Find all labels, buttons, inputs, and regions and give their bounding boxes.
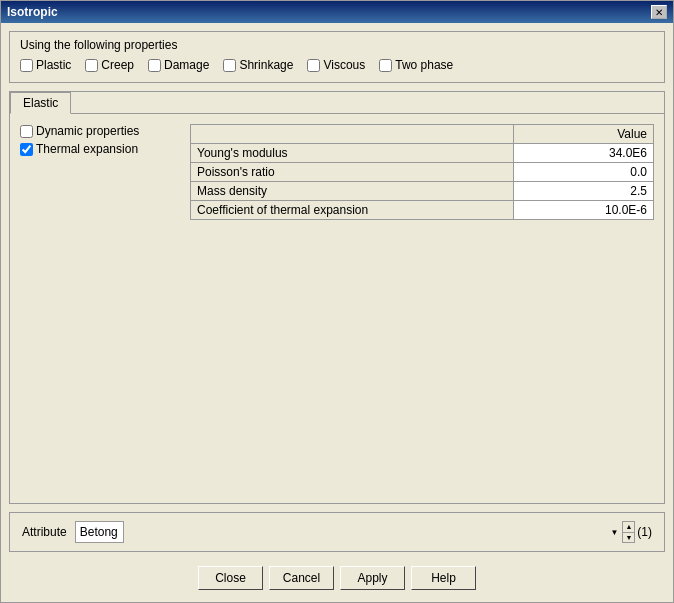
attribute-select-wrapper: Betong [75, 521, 621, 543]
close-window-button[interactable]: ✕ [651, 5, 667, 19]
attribute-select[interactable]: Betong [75, 521, 124, 543]
creep-checkbox[interactable] [85, 59, 98, 72]
help-button[interactable]: Help [411, 566, 476, 590]
thermal-expansion-label: Thermal expansion [36, 142, 138, 156]
attribute-input-row: Betong ▲ ▼ (1) [75, 521, 652, 543]
title-bar-controls: ✕ [651, 5, 667, 19]
isotropic-window: Isotropic ✕ Using the following properti… [0, 0, 674, 603]
properties-table: Value Young's modulus 34.0E6 Poisson's r… [190, 124, 654, 220]
plastic-label: Plastic [36, 58, 71, 72]
property-name: Young's modulus [191, 144, 514, 163]
title-bar: Isotropic ✕ [1, 1, 673, 23]
window-title: Isotropic [7, 5, 58, 19]
checkbox-dynamic-properties[interactable]: Dynamic properties [20, 124, 180, 138]
property-value[interactable]: 0.0 [513, 163, 653, 182]
spinner-up-button[interactable]: ▲ [623, 522, 634, 533]
property-column-header [191, 125, 514, 144]
cancel-button[interactable]: Cancel [269, 566, 334, 590]
plastic-checkbox[interactable] [20, 59, 33, 72]
damage-checkbox[interactable] [148, 59, 161, 72]
property-value[interactable]: 10.0E-6 [513, 201, 653, 220]
table-row: Mass density 2.5 [191, 182, 654, 201]
checkbox-row: Plastic Creep Damage Shrinkage Viscous [20, 58, 654, 72]
table-row: Young's modulus 34.0E6 [191, 144, 654, 163]
value-column-header: Value [513, 125, 653, 144]
property-name: Coefficient of thermal expansion [191, 201, 514, 220]
attribute-section: Attribute Betong ▲ ▼ (1) [9, 512, 665, 552]
spinner-down-button[interactable]: ▼ [623, 533, 634, 543]
instance-label: (1) [637, 525, 652, 539]
shrinkage-label: Shrinkage [239, 58, 293, 72]
dynamic-properties-checkbox[interactable] [20, 125, 33, 138]
viscous-label: Viscous [323, 58, 365, 72]
checkbox-viscous[interactable]: Viscous [307, 58, 365, 72]
tab-elastic[interactable]: Elastic [10, 92, 71, 114]
property-name: Mass density [191, 182, 514, 201]
tab-panel: Elastic Dynamic properties Thermal expan… [9, 91, 665, 504]
tab-content: Dynamic properties Thermal expansion Val… [10, 114, 664, 319]
window-body: Using the following properties Plastic C… [1, 23, 673, 602]
property-name: Poisson's ratio [191, 163, 514, 182]
tabs: Elastic [10, 92, 664, 114]
table-row: Coefficient of thermal expansion 10.0E-6 [191, 201, 654, 220]
creep-label: Creep [101, 58, 134, 72]
bottom-buttons: Close Cancel Apply Help [9, 560, 665, 594]
dynamic-properties-label: Dynamic properties [36, 124, 139, 138]
properties-label: Using the following properties [20, 38, 654, 52]
empty-area [10, 319, 664, 504]
close-button[interactable]: Close [198, 566, 263, 590]
two-phase-label: Two phase [395, 58, 453, 72]
property-value[interactable]: 2.5 [513, 182, 653, 201]
checkbox-two-phase[interactable]: Two phase [379, 58, 453, 72]
checkbox-damage[interactable]: Damage [148, 58, 209, 72]
attribute-label: Attribute [22, 525, 67, 539]
checkbox-shrinkage[interactable]: Shrinkage [223, 58, 293, 72]
checkbox-plastic[interactable]: Plastic [20, 58, 71, 72]
viscous-checkbox[interactable] [307, 59, 320, 72]
property-value[interactable]: 34.0E6 [513, 144, 653, 163]
apply-button[interactable]: Apply [340, 566, 405, 590]
table-row: Poisson's ratio 0.0 [191, 163, 654, 182]
checkbox-creep[interactable]: Creep [85, 58, 134, 72]
two-phase-checkbox[interactable] [379, 59, 392, 72]
right-panel: Value Young's modulus 34.0E6 Poisson's r… [190, 124, 654, 309]
left-panel: Dynamic properties Thermal expansion [20, 124, 180, 309]
checkbox-thermal-expansion[interactable]: Thermal expansion [20, 142, 180, 156]
shrinkage-checkbox[interactable] [223, 59, 236, 72]
thermal-expansion-checkbox[interactable] [20, 143, 33, 156]
properties-section: Using the following properties Plastic C… [9, 31, 665, 83]
attribute-spinner[interactable]: ▲ ▼ [622, 521, 635, 543]
damage-label: Damage [164, 58, 209, 72]
